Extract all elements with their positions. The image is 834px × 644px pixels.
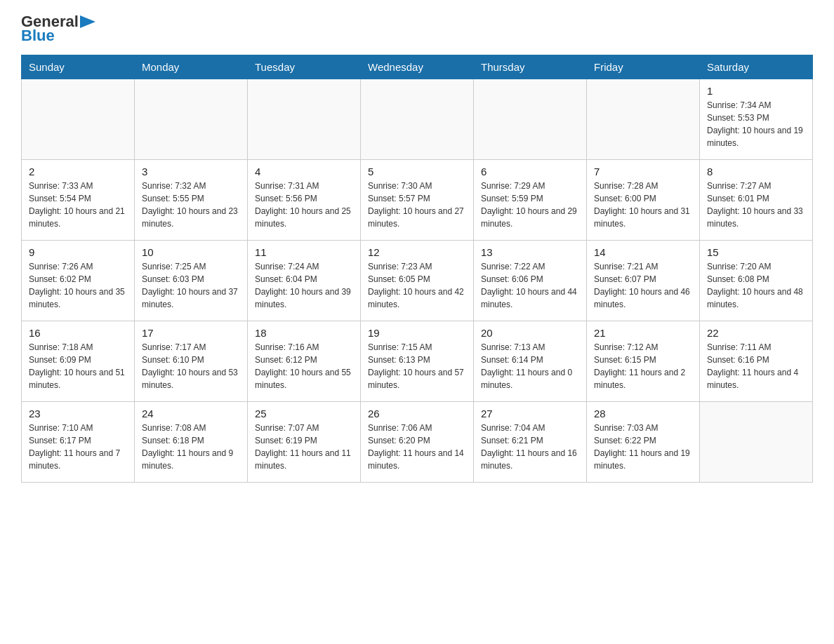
- day-info: Sunrise: 7:04 AM Sunset: 6:21 PM Dayligh…: [481, 422, 579, 472]
- calendar-cell: 19Sunrise: 7:15 AM Sunset: 6:13 PM Dayli…: [361, 321, 474, 402]
- day-info: Sunrise: 7:23 AM Sunset: 6:05 PM Dayligh…: [368, 260, 466, 311]
- day-info: Sunrise: 7:28 AM Sunset: 6:00 PM Dayligh…: [594, 180, 692, 230]
- day-number: 19: [368, 327, 466, 339]
- day-info: Sunrise: 7:34 AM Sunset: 5:53 PM Dayligh…: [707, 99, 805, 149]
- day-info: Sunrise: 7:07 AM Sunset: 6:19 PM Dayligh…: [255, 422, 353, 472]
- header-friday: Friday: [587, 55, 700, 79]
- day-number: 6: [481, 166, 579, 177]
- day-number: 5: [368, 166, 466, 177]
- day-info: Sunrise: 7:17 AM Sunset: 6:10 PM Dayligh…: [142, 341, 240, 391]
- calendar-cell: [700, 402, 813, 483]
- calendar-cell: 10Sunrise: 7:25 AM Sunset: 6:03 PM Dayli…: [135, 241, 248, 321]
- day-number: 12: [368, 246, 466, 258]
- day-info: Sunrise: 7:32 AM Sunset: 5:55 PM Dayligh…: [142, 180, 240, 230]
- svg-marker-0: [80, 15, 95, 28]
- calendar-cell: 5Sunrise: 7:30 AM Sunset: 5:57 PM Daylig…: [361, 160, 474, 241]
- day-number: 14: [594, 246, 692, 258]
- day-number: 17: [142, 327, 240, 339]
- day-info: Sunrise: 7:24 AM Sunset: 6:04 PM Dayligh…: [255, 260, 353, 311]
- calendar-cell: [474, 79, 587, 160]
- calendar-cell: 17Sunrise: 7:17 AM Sunset: 6:10 PM Dayli…: [135, 321, 248, 402]
- week-row-2: 2Sunrise: 7:33 AM Sunset: 5:54 PM Daylig…: [22, 160, 813, 241]
- week-row-3: 9Sunrise: 7:26 AM Sunset: 6:02 PM Daylig…: [22, 241, 813, 321]
- calendar-cell: 8Sunrise: 7:27 AM Sunset: 6:01 PM Daylig…: [700, 160, 813, 241]
- day-number: 15: [707, 246, 805, 258]
- day-info: Sunrise: 7:11 AM Sunset: 6:16 PM Dayligh…: [707, 341, 805, 391]
- calendar-cell: 7Sunrise: 7:28 AM Sunset: 6:00 PM Daylig…: [587, 160, 700, 241]
- day-info: Sunrise: 7:16 AM Sunset: 6:12 PM Dayligh…: [255, 341, 353, 391]
- header-thursday: Thursday: [474, 55, 587, 79]
- day-number: 11: [255, 246, 353, 258]
- day-info: Sunrise: 7:06 AM Sunset: 6:20 PM Dayligh…: [368, 422, 466, 472]
- logo-text-blue: Blue: [21, 28, 95, 43]
- day-number: 27: [481, 408, 579, 420]
- week-row-4: 16Sunrise: 7:18 AM Sunset: 6:09 PM Dayli…: [22, 321, 813, 402]
- calendar-cell: 11Sunrise: 7:24 AM Sunset: 6:04 PM Dayli…: [248, 241, 361, 321]
- day-info: Sunrise: 7:20 AM Sunset: 6:08 PM Dayligh…: [707, 260, 805, 311]
- calendar-cell: 23Sunrise: 7:10 AM Sunset: 6:17 PM Dayli…: [22, 402, 135, 483]
- calendar-cell: 14Sunrise: 7:21 AM Sunset: 6:07 PM Dayli…: [587, 241, 700, 321]
- day-info: Sunrise: 7:27 AM Sunset: 6:01 PM Dayligh…: [707, 180, 805, 230]
- day-info: Sunrise: 7:18 AM Sunset: 6:09 PM Dayligh…: [29, 341, 127, 391]
- day-number: 21: [594, 327, 692, 339]
- calendar-cell: 20Sunrise: 7:13 AM Sunset: 6:14 PM Dayli…: [474, 321, 587, 402]
- day-info: Sunrise: 7:10 AM Sunset: 6:17 PM Dayligh…: [29, 422, 127, 472]
- header-tuesday: Tuesday: [248, 55, 361, 79]
- day-number: 28: [594, 408, 692, 420]
- day-number: 20: [481, 327, 579, 339]
- day-number: 9: [29, 246, 127, 258]
- header-sunday: Sunday: [22, 55, 135, 79]
- day-info: Sunrise: 7:03 AM Sunset: 6:22 PM Dayligh…: [594, 422, 692, 472]
- calendar-cell: 16Sunrise: 7:18 AM Sunset: 6:09 PM Dayli…: [22, 321, 135, 402]
- calendar-cell: [22, 79, 135, 160]
- day-number: 23: [29, 408, 127, 420]
- calendar-cell: 26Sunrise: 7:06 AM Sunset: 6:20 PM Dayli…: [361, 402, 474, 483]
- calendar-cell: 6Sunrise: 7:29 AM Sunset: 5:59 PM Daylig…: [474, 160, 587, 241]
- day-number: 26: [368, 408, 466, 420]
- header-saturday: Saturday: [700, 55, 813, 79]
- week-row-1: 1Sunrise: 7:34 AM Sunset: 5:53 PM Daylig…: [22, 79, 813, 160]
- day-info: Sunrise: 7:21 AM Sunset: 6:07 PM Dayligh…: [594, 260, 692, 311]
- calendar-cell: 2Sunrise: 7:33 AM Sunset: 5:54 PM Daylig…: [22, 160, 135, 241]
- day-info: Sunrise: 7:12 AM Sunset: 6:15 PM Dayligh…: [594, 341, 692, 391]
- logo-triangle-icon: [80, 15, 95, 28]
- day-info: Sunrise: 7:13 AM Sunset: 6:14 PM Dayligh…: [481, 341, 579, 391]
- day-number: 24: [142, 408, 240, 420]
- calendar-header-row: SundayMondayTuesdayWednesdayThursdayFrid…: [22, 55, 813, 79]
- calendar-cell: 22Sunrise: 7:11 AM Sunset: 6:16 PM Dayli…: [700, 321, 813, 402]
- calendar-cell: 28Sunrise: 7:03 AM Sunset: 6:22 PM Dayli…: [587, 402, 700, 483]
- day-info: Sunrise: 7:08 AM Sunset: 6:18 PM Dayligh…: [142, 422, 240, 472]
- header-monday: Monday: [135, 55, 248, 79]
- day-info: Sunrise: 7:15 AM Sunset: 6:13 PM Dayligh…: [368, 341, 466, 391]
- calendar-cell: [135, 79, 248, 160]
- calendar-cell: 21Sunrise: 7:12 AM Sunset: 6:15 PM Dayli…: [587, 321, 700, 402]
- day-info: Sunrise: 7:22 AM Sunset: 6:06 PM Dayligh…: [481, 260, 579, 311]
- day-number: 7: [594, 166, 692, 177]
- calendar-cell: 24Sunrise: 7:08 AM Sunset: 6:18 PM Dayli…: [135, 402, 248, 483]
- day-info: Sunrise: 7:33 AM Sunset: 5:54 PM Dayligh…: [29, 180, 127, 230]
- calendar-cell: 27Sunrise: 7:04 AM Sunset: 6:21 PM Dayli…: [474, 402, 587, 483]
- day-number: 25: [255, 408, 353, 420]
- calendar-cell: 15Sunrise: 7:20 AM Sunset: 6:08 PM Dayli…: [700, 241, 813, 321]
- calendar-cell: [248, 79, 361, 160]
- day-info: Sunrise: 7:30 AM Sunset: 5:57 PM Dayligh…: [368, 180, 466, 230]
- day-number: 10: [142, 246, 240, 258]
- calendar-cell: 18Sunrise: 7:16 AM Sunset: 6:12 PM Dayli…: [248, 321, 361, 402]
- day-info: Sunrise: 7:31 AM Sunset: 5:56 PM Dayligh…: [255, 180, 353, 230]
- day-number: 18: [255, 327, 353, 339]
- day-number: 4: [255, 166, 353, 177]
- day-number: 16: [29, 327, 127, 339]
- page-header: General Blue: [21, 14, 813, 43]
- day-number: 8: [707, 166, 805, 177]
- day-number: 3: [142, 166, 240, 177]
- week-row-5: 23Sunrise: 7:10 AM Sunset: 6:17 PM Dayli…: [22, 402, 813, 483]
- day-number: 22: [707, 327, 805, 339]
- calendar-cell: 1Sunrise: 7:34 AM Sunset: 5:53 PM Daylig…: [700, 79, 813, 160]
- calendar-cell: 13Sunrise: 7:22 AM Sunset: 6:06 PM Dayli…: [474, 241, 587, 321]
- day-number: 2: [29, 166, 127, 177]
- day-number: 1: [707, 85, 805, 97]
- header-wednesday: Wednesday: [361, 55, 474, 79]
- day-info: Sunrise: 7:29 AM Sunset: 5:59 PM Dayligh…: [481, 180, 579, 230]
- calendar-cell: 12Sunrise: 7:23 AM Sunset: 6:05 PM Dayli…: [361, 241, 474, 321]
- calendar-cell: 3Sunrise: 7:32 AM Sunset: 5:55 PM Daylig…: [135, 160, 248, 241]
